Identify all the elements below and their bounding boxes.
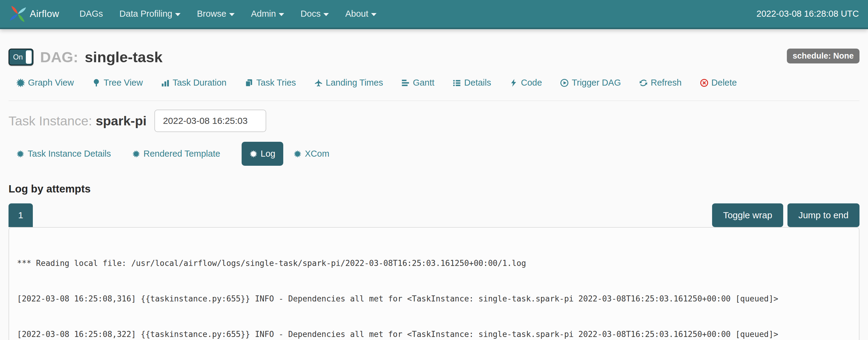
tab-label: Log — [261, 149, 275, 159]
log-by-attempts-heading: Log by attempts — [8, 183, 860, 195]
task-instance-tabs: Task Instance Details Rendered Template … — [8, 142, 860, 166]
nav-item-browse[interactable]: Browse — [189, 0, 243, 29]
task-tries-icon — [245, 79, 253, 87]
tab-log[interactable]: Log — [242, 142, 283, 166]
nav-item-label: DAGs — [80, 9, 103, 19]
divider — [8, 100, 860, 101]
tab-label: Rendered Template — [144, 149, 220, 159]
airflow-brand[interactable]: Airflow — [9, 5, 59, 23]
link-label: Tree View — [104, 78, 143, 88]
landing-times-icon — [314, 79, 323, 87]
caret-down-icon — [323, 13, 329, 16]
tab-label: XCom — [305, 149, 330, 159]
nav-item-label: About — [345, 9, 368, 19]
nav-item-label: Browse — [197, 9, 226, 19]
link-refresh[interactable]: Refresh — [639, 78, 682, 88]
caret-down-icon — [371, 13, 377, 16]
task-instance-row: Task Instance: spark-pi — [8, 110, 860, 132]
nav-item-label: Data Profiling — [119, 9, 172, 19]
airflow-logo-icon — [9, 5, 27, 23]
link-tree-view[interactable]: Tree View — [92, 78, 143, 88]
link-label: Gantt — [413, 78, 434, 88]
page-title: DAG: single-task — [40, 48, 163, 66]
refresh-icon — [639, 79, 648, 87]
nav-item-data-profiling[interactable]: Data Profiling — [111, 0, 189, 29]
dag-name: single-task — [85, 49, 163, 65]
graph-view-icon — [17, 79, 25, 87]
code-icon — [509, 79, 518, 87]
task-duration-icon — [161, 79, 169, 87]
burst-icon — [17, 150, 24, 158]
burst-icon — [293, 150, 302, 158]
link-task-duration[interactable]: Task Duration — [161, 78, 226, 88]
schedule-badge: schedule: None — [787, 48, 860, 63]
nav-item-dags[interactable]: DAGs — [71, 0, 111, 29]
link-delete[interactable]: Delete — [700, 78, 737, 88]
tab-label: Task Instance Details — [28, 149, 111, 159]
page-content: On DAG: single-task schedule: None Graph… — [0, 48, 868, 340]
link-label: Trigger DAG — [572, 78, 621, 88]
link-graph-view[interactable]: Graph View — [17, 78, 74, 88]
link-landing-times[interactable]: Landing Times — [314, 78, 383, 88]
delete-icon — [700, 79, 708, 87]
link-gantt[interactable]: Gantt — [401, 78, 434, 88]
attempt-1-tab[interactable]: 1 — [8, 203, 33, 227]
tab-task-instance-details[interactable]: Task Instance Details — [17, 149, 111, 159]
log-actions: Toggle wrap Jump to end — [712, 203, 860, 227]
nav-item-label: Docs — [301, 9, 321, 19]
trigger-dag-icon — [560, 79, 569, 87]
dag-view-links: Graph View Tree View Task Duration Task … — [8, 78, 860, 88]
caret-down-icon — [229, 13, 235, 16]
nav-item-docs[interactable]: Docs — [292, 0, 337, 29]
link-label: Task Duration — [173, 78, 226, 88]
brand-label: Airflow — [30, 8, 59, 20]
link-task-tries[interactable]: Task Tries — [245, 78, 296, 88]
tab-rendered-template[interactable]: Rendered Template — [132, 149, 220, 159]
log-line: [2022-03-08 16:25:08,316] {{taskinstance… — [17, 293, 856, 305]
caret-down-icon — [175, 13, 181, 16]
caret-down-icon — [279, 13, 284, 16]
link-label: Delete — [711, 78, 737, 88]
link-details[interactable]: Details — [453, 78, 491, 88]
navbar-menu: DAGs Data Profiling Browse Admin Docs Ab… — [71, 0, 385, 29]
tree-view-icon — [92, 79, 101, 87]
dag-header: On DAG: single-task schedule: None — [8, 48, 860, 66]
burst-icon — [132, 150, 140, 158]
nav-item-label: Admin — [251, 9, 276, 19]
toggle-wrap-button[interactable]: Toggle wrap — [712, 203, 783, 227]
dag-pause-toggle[interactable]: On — [8, 48, 33, 66]
top-navbar: Airflow DAGs Data Profiling Browse Admin… — [0, 0, 868, 29]
link-label: Task Tries — [256, 78, 296, 88]
log-line: *** Reading local file: /usr/local/airfl… — [17, 258, 856, 269]
task-instance-label: Task Instance: — [8, 113, 92, 128]
details-icon — [453, 79, 461, 87]
link-trigger-dag[interactable]: Trigger DAG — [560, 78, 621, 88]
link-label: Graph View — [28, 78, 74, 88]
log-output[interactable]: *** Reading local file: /usr/local/airfl… — [8, 227, 860, 340]
link-code[interactable]: Code — [509, 78, 542, 88]
tab-xcom[interactable]: XCom — [293, 149, 330, 159]
nav-item-admin[interactable]: Admin — [243, 0, 292, 29]
jump-to-end-button[interactable]: Jump to end — [787, 203, 860, 227]
link-label: Code — [521, 78, 542, 88]
utc-clock: 2022-03-08 16:28:08 UTC — [756, 9, 859, 19]
link-label: Details — [464, 78, 491, 88]
gantt-icon — [401, 79, 410, 87]
dag-title-prefix: DAG: — [40, 49, 78, 65]
link-label: Refresh — [651, 78, 682, 88]
task-name: spark-pi — [96, 113, 147, 128]
toggle-state-label: On — [13, 53, 23, 61]
log-line: [2022-03-08 16:25:08,322] {{taskinstance… — [17, 329, 856, 340]
link-label: Landing Times — [326, 78, 383, 88]
toggle-handle — [26, 50, 32, 64]
attempt-row: 1 Toggle wrap Jump to end — [8, 203, 860, 227]
execution-date-input[interactable] — [154, 110, 266, 132]
nav-item-about[interactable]: About — [337, 0, 385, 29]
burst-icon — [250, 150, 257, 158]
